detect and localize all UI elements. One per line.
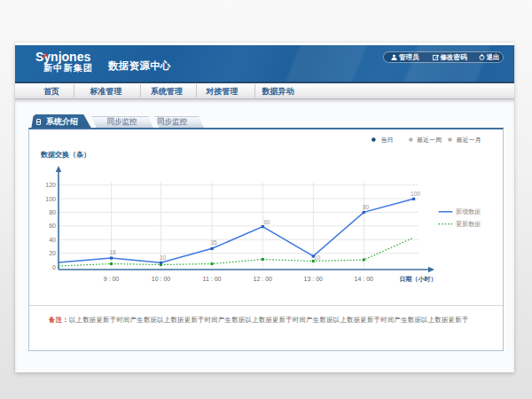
svg-text:10: 10 (314, 254, 321, 261)
svg-text:60: 60 (263, 219, 270, 225)
svg-text:9 : 00: 9 : 00 (104, 276, 120, 282)
svg-text:35: 35 (210, 239, 217, 246)
svg-text:更新数据: 更新数据 (456, 220, 481, 228)
svg-text:12 : 00: 12 : 00 (254, 276, 273, 282)
svg-text:10 : 00: 10 : 00 (152, 276, 171, 282)
svg-text:18: 18 (109, 249, 116, 255)
svg-text:60: 60 (49, 223, 56, 229)
svg-text:日期（小时）: 日期（小时） (400, 276, 437, 283)
svg-text:13 : 00: 13 : 00 (304, 276, 324, 282)
svg-text:10: 10 (160, 254, 167, 261)
svg-text:当日: 当日 (381, 137, 394, 144)
svg-text:新增数据: 新增数据 (456, 207, 481, 215)
svg-text:100: 100 (45, 196, 56, 202)
svg-text:120: 120 (45, 182, 56, 188)
svg-text:最近一月: 最近一月 (457, 137, 481, 144)
svg-text:最近一周: 最近一周 (417, 137, 442, 143)
svg-text:80: 80 (363, 204, 370, 210)
svg-text:数据交换（条）: 数据交换（条） (40, 151, 90, 159)
svg-text:40: 40 (49, 237, 56, 243)
svg-text:0: 0 (52, 264, 56, 270)
svg-text:14 : 00: 14 : 00 (355, 276, 374, 282)
svg-text:80: 80 (49, 209, 56, 215)
svg-text:100: 100 (411, 191, 420, 197)
svg-text:11 : 00: 11 : 00 (203, 276, 222, 282)
svg-text:20: 20 (49, 250, 56, 256)
